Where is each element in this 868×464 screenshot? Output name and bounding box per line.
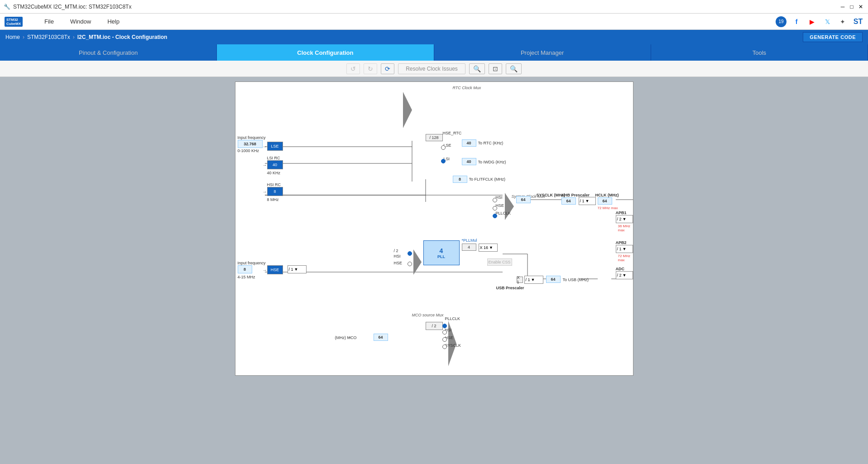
hse-input-box[interactable]: 8 bbox=[238, 265, 252, 273]
input-freq-label-1: Input frequency bbox=[238, 135, 266, 140]
logo: STM32CubeMX bbox=[5, 17, 23, 27]
tabbar: Pinout & Configuration Clock Configurati… bbox=[0, 44, 868, 61]
pllclk-sys-label: PLLCLK bbox=[496, 211, 511, 215]
menu-file[interactable]: File bbox=[41, 16, 58, 27]
app-icon: 🔧 bbox=[4, 4, 10, 10]
pll-mul-val-box[interactable]: 4 bbox=[462, 244, 476, 251]
flitfclk-out-label: To FLITFCLK (MHz) bbox=[469, 177, 506, 182]
iwdg-out-label: To IWDG (KHz) bbox=[478, 160, 506, 164]
rtc-val-box[interactable]: 40 bbox=[462, 139, 476, 147]
breadcrumb-sep-1: › bbox=[23, 34, 24, 40]
hse-range-label: 4-15 MHz bbox=[238, 275, 255, 279]
apb1-max-label: 36 MHz max bbox=[618, 224, 633, 232]
apb2-max-label: 72 MHz max bbox=[618, 254, 633, 262]
tab-tools[interactable]: Tools bbox=[651, 44, 868, 61]
ahb-div-chevron: ▼ bbox=[585, 199, 590, 203]
sysclk-val-box[interactable]: 64 bbox=[516, 196, 531, 203]
facebook-icon[interactable]: f bbox=[791, 16, 802, 27]
twitter-icon[interactable]: 𝕏 bbox=[822, 16, 833, 27]
breadcrumb-sep-2: › bbox=[73, 34, 75, 40]
hse-pll-radio[interactable] bbox=[408, 262, 412, 266]
iwdg-val-box[interactable]: 40 bbox=[462, 158, 476, 165]
minimize-button[interactable]: ─ bbox=[839, 3, 846, 10]
fit-button[interactable]: ⊡ bbox=[489, 63, 502, 74]
refresh-button[interactable]: ⟳ bbox=[381, 63, 394, 74]
pllclk-mco-label: PLLCLK bbox=[445, 316, 460, 321]
apb2-div-dropdown[interactable]: / 1 ▼ bbox=[616, 245, 633, 253]
diagram-lines bbox=[235, 82, 633, 375]
flitfclk-val-box[interactable]: 8 bbox=[453, 176, 467, 183]
hsi-sys-radio[interactable] bbox=[493, 198, 497, 202]
pll-x16-chevron: ▼ bbox=[489, 245, 493, 250]
sysclk-mco-label: SYSCLK bbox=[445, 343, 461, 348]
tab-clock[interactable]: Clock Configuration bbox=[217, 44, 434, 61]
tab-pinout[interactable]: Pinout & Configuration bbox=[0, 44, 217, 61]
undo-button[interactable]: ↺ bbox=[346, 63, 360, 74]
hclk-val-box[interactable]: 64 bbox=[598, 197, 612, 205]
breadcrumb: Home › STM32F103C8Tx › I2C_MTM.ioc - Clo… bbox=[0, 30, 868, 44]
main-content: RTC Clock Mux System Clock Mux PLL Sourc… bbox=[0, 77, 868, 464]
mco-div2-box[interactable]: / 2 bbox=[426, 322, 443, 330]
maximize-button[interactable]: □ bbox=[848, 3, 855, 10]
zoom-out-button[interactable]: 🔍 bbox=[506, 63, 522, 74]
tab-project[interactable]: Project Manager bbox=[434, 44, 651, 61]
lse-freq-box[interactable]: 32.768 bbox=[238, 140, 263, 148]
lsi-value-box[interactable]: 40 bbox=[267, 160, 283, 169]
titlebar-controls[interactable]: ─ □ ✕ bbox=[839, 3, 864, 10]
usb-div-value: / 1 bbox=[526, 277, 530, 282]
generate-code-button[interactable]: GENERATE CODE bbox=[803, 32, 863, 42]
hsi-div2-label: / 2 bbox=[394, 249, 398, 253]
lsi-radio[interactable] bbox=[441, 159, 446, 163]
hse-button[interactable]: HSE bbox=[267, 265, 283, 274]
hse-sys-radio[interactable] bbox=[493, 206, 497, 210]
hsi-value-box[interactable]: 8 bbox=[267, 187, 283, 196]
rtc-out-label: To RTC (KHz) bbox=[478, 141, 504, 145]
hsi-pll-label: HSI bbox=[394, 254, 401, 258]
breadcrumb-device[interactable]: STM32F103C8Tx bbox=[27, 34, 70, 40]
logo-icon: STM32CubeMX bbox=[5, 17, 23, 27]
usb-prescaler-label: USB Prescaler bbox=[496, 286, 524, 290]
mco-val-box[interactable]: 64 bbox=[374, 334, 388, 341]
hse-div-value: / 1 bbox=[289, 267, 293, 272]
adc-div-value: / 2 bbox=[617, 273, 622, 277]
st-icon[interactable]: ST bbox=[853, 16, 863, 27]
hse-rtc-label: HSE_RTC bbox=[443, 131, 462, 135]
menu-window[interactable]: Window bbox=[67, 16, 95, 27]
hse-div1-dropdown[interactable]: / 1 ▼ bbox=[288, 265, 307, 273]
clock-diagram: RTC Clock Mux System Clock Mux PLL Sourc… bbox=[235, 81, 633, 376]
adc-div-dropdown[interactable]: / 2 ▼ bbox=[616, 271, 633, 279]
notification-icon[interactable]: 19 bbox=[776, 16, 786, 27]
rtc-mux-label: RTC Clock Mux bbox=[453, 86, 481, 90]
lse-radio[interactable] bbox=[441, 145, 446, 150]
resolve-clock-button[interactable]: Resolve Clock Issues bbox=[398, 63, 465, 74]
redo-button[interactable]: ↻ bbox=[364, 63, 377, 74]
enable-css-button[interactable]: Enable CSS bbox=[487, 258, 512, 266]
sysclk-mco-radio[interactable] bbox=[442, 344, 447, 349]
zoom-in-button[interactable]: 🔍 bbox=[469, 63, 485, 74]
hsi-rc-label: HSI RC bbox=[267, 182, 281, 187]
usb-div-dropdown[interactable]: / 1 ▼ bbox=[524, 276, 543, 284]
titlebar-left: 🔧 STM32CubeMX I2C_MTM.ioc: STM32F103C8Tx bbox=[4, 4, 131, 10]
pllclk-sys-radio[interactable] bbox=[493, 214, 497, 218]
close-button[interactable]: ✕ bbox=[857, 3, 864, 10]
pll-x16-dropdown[interactable]: X 16 ▼ bbox=[479, 244, 498, 252]
youtube-icon[interactable]: ▶ bbox=[806, 16, 817, 27]
pll-mul-label: *PLLMul bbox=[462, 238, 477, 243]
ahb-div-dropdown[interactable]: / 1 ▼ bbox=[579, 197, 596, 205]
pll-label: PLL bbox=[437, 254, 445, 259]
hse-mco-radio[interactable] bbox=[442, 337, 447, 342]
network-icon[interactable]: ✦ bbox=[837, 16, 848, 27]
breadcrumb-home[interactable]: Home bbox=[5, 34, 20, 40]
sys-mux-triangle bbox=[505, 193, 514, 220]
hsi-pll-radio[interactable] bbox=[408, 251, 412, 256]
ahb-val-box[interactable]: 64 bbox=[561, 197, 576, 205]
hsi-mco-radio[interactable] bbox=[442, 330, 447, 335]
usb-div-chevron: ▼ bbox=[531, 277, 535, 282]
menu-help[interactable]: Help bbox=[104, 16, 123, 27]
apb1-div-dropdown[interactable]: / 2 ▼ bbox=[616, 215, 633, 223]
usb-val-box[interactable]: 64 bbox=[546, 276, 561, 283]
usb-out-label: To USB (MHz) bbox=[563, 277, 589, 282]
lse-button[interactable]: LSE bbox=[267, 142, 283, 151]
rtc-div-box[interactable]: / 128 bbox=[426, 134, 443, 141]
mco-connector: ← bbox=[348, 335, 352, 340]
